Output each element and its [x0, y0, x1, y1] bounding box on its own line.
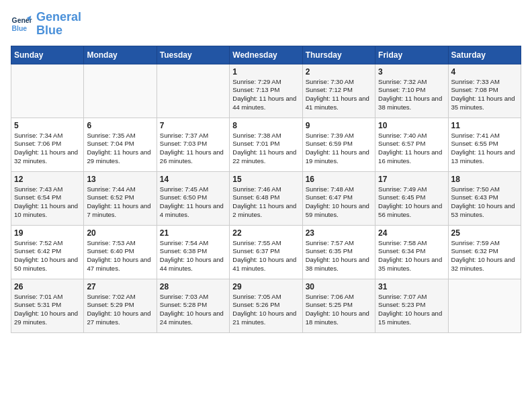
calendar-cell: 29Sunrise: 7:05 AM Sunset: 5:26 PM Dayli…	[230, 279, 302, 332]
day-number: 25	[451, 228, 518, 238]
day-number: 31	[378, 282, 445, 291]
day-details: Sunrise: 7:59 AM Sunset: 6:32 PM Dayligh…	[451, 239, 518, 273]
calendar-cell: 3Sunrise: 7:32 AM Sunset: 7:10 PM Daylig…	[375, 64, 448, 118]
day-number: 23	[306, 228, 372, 238]
day-details: Sunrise: 7:44 AM Sunset: 6:52 PM Dayligh…	[87, 185, 153, 220]
day-header-wednesday: Wednesday	[230, 46, 302, 64]
calendar-cell: 20Sunrise: 7:53 AM Sunset: 6:40 PM Dayli…	[84, 225, 157, 279]
calendar-cell	[11, 64, 84, 118]
svg-text:Blue: Blue	[12, 24, 28, 32]
day-details: Sunrise: 7:45 AM Sunset: 6:50 PM Dayligh…	[160, 185, 226, 220]
calendar-week-2: 5Sunrise: 7:34 AM Sunset: 7:06 PM Daylig…	[11, 118, 521, 171]
day-header-tuesday: Tuesday	[157, 46, 229, 64]
calendar-cell: 19Sunrise: 7:52 AM Sunset: 6:42 PM Dayli…	[11, 225, 84, 279]
day-details: Sunrise: 7:48 AM Sunset: 6:47 PM Dayligh…	[306, 185, 372, 220]
calendar-cell: 16Sunrise: 7:48 AM Sunset: 6:47 PM Dayli…	[302, 171, 375, 225]
day-number: 1	[232, 67, 299, 77]
calendar-cell	[157, 64, 229, 118]
day-header-sunday: Sunday	[11, 46, 84, 64]
day-header-monday: Monday	[84, 46, 157, 64]
day-number: 14	[160, 175, 226, 184]
day-number: 13	[87, 175, 153, 184]
day-details: Sunrise: 7:54 AM Sunset: 6:38 PM Dayligh…	[160, 239, 226, 273]
day-header-thursday: Thursday	[302, 46, 375, 64]
calendar-cell: 24Sunrise: 7:58 AM Sunset: 6:34 PM Dayli…	[375, 225, 448, 279]
day-number: 27	[87, 282, 153, 291]
day-details: Sunrise: 7:41 AM Sunset: 6:55 PM Dayligh…	[451, 132, 518, 166]
logo: General Blue GeneralBlue	[11, 11, 81, 38]
calendar-cell: 4Sunrise: 7:33 AM Sunset: 7:08 PM Daylig…	[448, 64, 521, 118]
calendar-week-4: 19Sunrise: 7:52 AM Sunset: 6:42 PM Dayli…	[11, 225, 521, 279]
day-number: 8	[232, 121, 299, 130]
day-details: Sunrise: 7:03 AM Sunset: 5:28 PM Dayligh…	[160, 293, 226, 327]
day-number: 7	[160, 121, 226, 130]
calendar-week-3: 12Sunrise: 7:43 AM Sunset: 6:54 PM Dayli…	[11, 171, 521, 225]
day-number: 9	[306, 121, 372, 130]
day-number: 29	[232, 282, 299, 291]
day-details: Sunrise: 7:43 AM Sunset: 6:54 PM Dayligh…	[14, 185, 81, 220]
day-number: 26	[14, 282, 81, 291]
day-number: 24	[378, 228, 445, 238]
calendar-cell: 13Sunrise: 7:44 AM Sunset: 6:52 PM Dayli…	[84, 171, 157, 225]
calendar-cell: 14Sunrise: 7:45 AM Sunset: 6:50 PM Dayli…	[157, 171, 229, 225]
day-number: 20	[87, 228, 153, 238]
calendar-cell: 2Sunrise: 7:30 AM Sunset: 7:12 PM Daylig…	[302, 64, 375, 118]
calendar-week-5: 26Sunrise: 7:01 AM Sunset: 5:31 PM Dayli…	[11, 279, 521, 332]
logo-icon: General Blue	[11, 13, 32, 35]
day-details: Sunrise: 7:52 AM Sunset: 6:42 PM Dayligh…	[14, 239, 81, 273]
day-number: 3	[378, 67, 445, 77]
calendar-cell: 15Sunrise: 7:46 AM Sunset: 6:48 PM Dayli…	[230, 171, 302, 225]
calendar-cell: 28Sunrise: 7:03 AM Sunset: 5:28 PM Dayli…	[157, 279, 229, 332]
day-header-friday: Friday	[375, 46, 448, 64]
day-details: Sunrise: 7:55 AM Sunset: 6:37 PM Dayligh…	[232, 239, 299, 273]
day-number: 19	[14, 228, 81, 238]
day-number: 5	[14, 121, 81, 130]
day-details: Sunrise: 7:30 AM Sunset: 7:12 PM Dayligh…	[306, 78, 372, 112]
day-details: Sunrise: 7:35 AM Sunset: 7:04 PM Dayligh…	[87, 132, 153, 166]
day-details: Sunrise: 7:33 AM Sunset: 7:08 PM Dayligh…	[451, 78, 518, 112]
calendar-cell: 25Sunrise: 7:59 AM Sunset: 6:32 PM Dayli…	[448, 225, 521, 279]
calendar-header: SundayMondayTuesdayWednesdayThursdayFrid…	[11, 46, 521, 64]
day-number: 10	[378, 121, 445, 130]
day-number: 2	[306, 67, 372, 77]
calendar-cell: 6Sunrise: 7:35 AM Sunset: 7:04 PM Daylig…	[84, 118, 157, 171]
day-number: 21	[160, 228, 226, 238]
day-details: Sunrise: 7:01 AM Sunset: 5:31 PM Dayligh…	[14, 293, 81, 327]
day-details: Sunrise: 7:58 AM Sunset: 6:34 PM Dayligh…	[378, 239, 445, 273]
day-number: 15	[232, 175, 299, 184]
day-details: Sunrise: 7:50 AM Sunset: 6:43 PM Dayligh…	[451, 185, 518, 220]
logo-text: GeneralBlue	[36, 11, 81, 38]
day-details: Sunrise: 7:40 AM Sunset: 6:57 PM Dayligh…	[378, 132, 445, 166]
day-number: 12	[14, 175, 81, 184]
day-number: 16	[306, 175, 372, 184]
day-number: 28	[160, 282, 226, 291]
calendar-table: SundayMondayTuesdayWednesdayThursdayFrid…	[11, 46, 521, 333]
calendar-cell: 9Sunrise: 7:39 AM Sunset: 6:59 PM Daylig…	[302, 118, 375, 171]
calendar-week-1: 1Sunrise: 7:29 AM Sunset: 7:13 PM Daylig…	[11, 64, 521, 118]
calendar-cell: 18Sunrise: 7:50 AM Sunset: 6:43 PM Dayli…	[448, 171, 521, 225]
calendar-cell: 7Sunrise: 7:37 AM Sunset: 7:03 PM Daylig…	[157, 118, 229, 171]
day-details: Sunrise: 7:32 AM Sunset: 7:10 PM Dayligh…	[378, 78, 445, 112]
calendar-cell: 8Sunrise: 7:38 AM Sunset: 7:01 PM Daylig…	[230, 118, 302, 171]
calendar-cell: 22Sunrise: 7:55 AM Sunset: 6:37 PM Dayli…	[230, 225, 302, 279]
day-details: Sunrise: 7:57 AM Sunset: 6:35 PM Dayligh…	[306, 239, 372, 273]
day-details: Sunrise: 7:39 AM Sunset: 6:59 PM Dayligh…	[306, 132, 372, 166]
day-number: 4	[451, 67, 518, 77]
day-details: Sunrise: 7:38 AM Sunset: 7:01 PM Dayligh…	[232, 132, 299, 166]
calendar-cell	[448, 279, 521, 332]
calendar-cell: 10Sunrise: 7:40 AM Sunset: 6:57 PM Dayli…	[375, 118, 448, 171]
calendar-cell	[84, 64, 157, 118]
calendar-cell: 27Sunrise: 7:02 AM Sunset: 5:29 PM Dayli…	[84, 279, 157, 332]
day-details: Sunrise: 7:46 AM Sunset: 6:48 PM Dayligh…	[232, 185, 299, 220]
calendar-cell: 23Sunrise: 7:57 AM Sunset: 6:35 PM Dayli…	[302, 225, 375, 279]
calendar-cell: 11Sunrise: 7:41 AM Sunset: 6:55 PM Dayli…	[448, 118, 521, 171]
day-number: 18	[451, 175, 518, 184]
day-details: Sunrise: 7:49 AM Sunset: 6:45 PM Dayligh…	[378, 185, 445, 220]
calendar-cell: 17Sunrise: 7:49 AM Sunset: 6:45 PM Dayli…	[375, 171, 448, 225]
calendar-cell: 31Sunrise: 7:07 AM Sunset: 5:23 PM Dayli…	[375, 279, 448, 332]
day-details: Sunrise: 7:02 AM Sunset: 5:29 PM Dayligh…	[87, 293, 153, 327]
day-number: 22	[232, 228, 299, 238]
day-details: Sunrise: 7:05 AM Sunset: 5:26 PM Dayligh…	[232, 293, 299, 327]
calendar-cell: 5Sunrise: 7:34 AM Sunset: 7:06 PM Daylig…	[11, 118, 84, 171]
day-details: Sunrise: 7:07 AM Sunset: 5:23 PM Dayligh…	[378, 293, 445, 327]
